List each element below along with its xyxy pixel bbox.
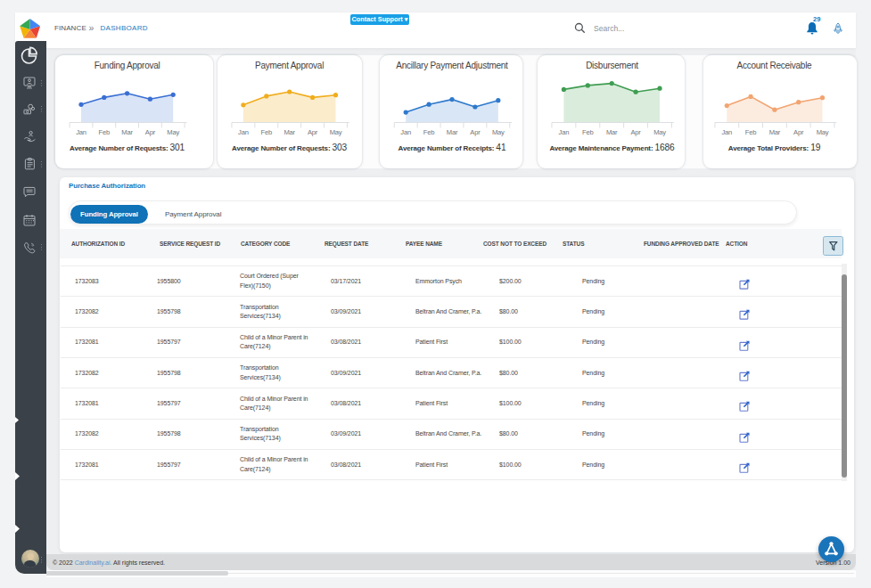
svg-text:Mar: Mar [283, 128, 295, 136]
svg-text:Feb: Feb [423, 128, 435, 136]
svg-text:May: May [330, 128, 342, 136]
svg-text:Mar: Mar [121, 128, 133, 136]
svg-text:May: May [492, 128, 505, 136]
svg-text:Apr: Apr [793, 128, 804, 136]
svg-text:May: May [653, 128, 666, 136]
svg-text:Apr: Apr [308, 128, 318, 136]
svg-text:Apr: Apr [470, 128, 481, 136]
svg-text:Feb: Feb [99, 128, 111, 136]
svg-text:Apr: Apr [145, 128, 156, 136]
svg-text:Jan: Jan [76, 128, 86, 136]
svg-text:Apr: Apr [631, 128, 642, 136]
svg-text:Feb: Feb [582, 128, 594, 136]
svg-text:Feb: Feb [260, 128, 272, 136]
svg-text:Feb: Feb [744, 128, 756, 136]
svg-text:Mar: Mar [606, 128, 618, 136]
svg-text:Jan: Jan [238, 128, 249, 136]
svg-text:Mar: Mar [447, 128, 458, 136]
svg-text:Jan: Jan [400, 128, 411, 136]
svg-text:May: May [167, 128, 179, 136]
svg-text:May: May [816, 128, 828, 136]
svg-text:Jan: Jan [721, 128, 732, 136]
svg-text:Jan: Jan [559, 128, 570, 136]
svg-text:Mar: Mar [768, 128, 780, 136]
